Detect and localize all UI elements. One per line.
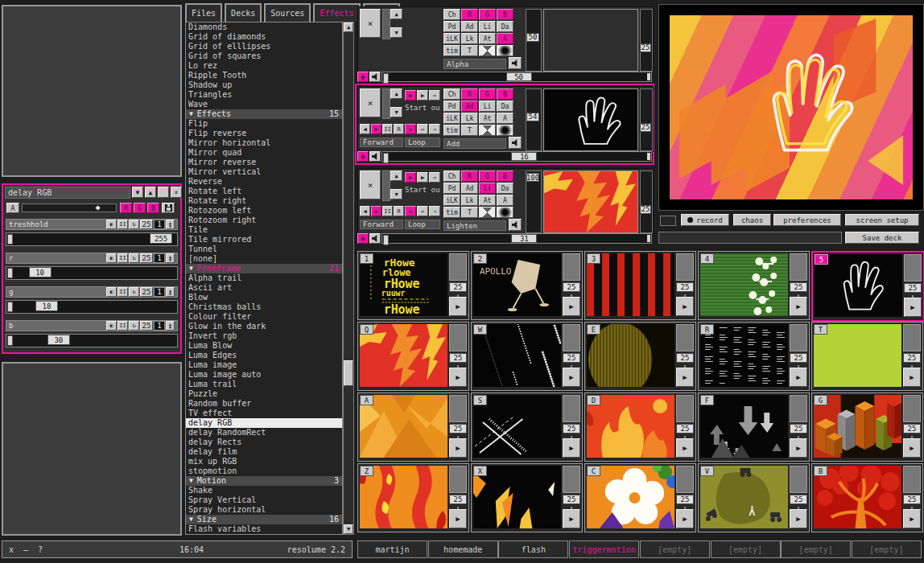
clip-play-button[interactable]: ▶ <box>903 368 921 387</box>
slider-handle[interactable] <box>7 302 13 312</box>
fader-value-box[interactable]: 100 <box>526 173 539 182</box>
clip-speed-box[interactable]: 25 <box>904 283 922 293</box>
grid-button-B[interactable]: B <box>497 9 514 20</box>
layer-close-button[interactable]: × <box>360 9 381 38</box>
layer-scroll-up-button[interactable]: ▲ <box>390 9 402 19</box>
clip-scroll-block[interactable] <box>449 466 467 493</box>
layer-scroll-up-button[interactable]: ▲ <box>390 88 402 99</box>
clip-scroll-block[interactable] <box>790 324 807 351</box>
effect-list-item[interactable]: Invert rgb <box>186 331 342 341</box>
effect-list-item[interactable]: Mirror reverse <box>186 158 342 167</box>
grid-button-Ad[interactable]: Ad <box>461 183 478 194</box>
scroll-up-button[interactable]: ▲ <box>344 23 353 32</box>
clip-cell-1[interactable]: rHowerlowerHoweruuwrrHowe125▶ <box>357 251 469 320</box>
grid-button-G[interactable]: G <box>479 9 496 20</box>
effect-list-item[interactable]: delay RGB <box>186 418 342 428</box>
param-speed-button[interactable]: 25 <box>140 253 153 263</box>
clip-cell-S[interactable]: S25▶ <box>471 392 583 462</box>
clip-speed-box[interactable]: 25 <box>563 495 580 504</box>
param-spinner[interactable]: ▲▼ <box>166 253 175 263</box>
effect-list-item[interactable]: Glow in the dark <box>186 322 342 331</box>
grid-button-tim[interactable]: tim <box>443 125 460 136</box>
transport-prev-button[interactable]: ◀ <box>360 206 370 216</box>
grid-button-T[interactable]: T <box>461 125 478 136</box>
layer-opacity-fader[interactable]: 100 <box>526 171 542 233</box>
fader-value-box[interactable]: 50 <box>526 33 539 42</box>
position-right-handle[interactable] <box>647 235 650 242</box>
playmode-2-button[interactable]: ↔ <box>429 172 440 183</box>
grid-button-G[interactable]: G <box>479 88 496 100</box>
deck-tab-empty-7[interactable]: [empty] <box>852 540 922 558</box>
transport-random-button[interactable]: R <box>394 206 404 216</box>
gradient-wipe-icon[interactable] <box>479 45 496 56</box>
effect-list-item[interactable]: Luma Blow <box>186 341 342 351</box>
param-spinner[interactable]: ▲▼ <box>166 287 175 297</box>
param-direction-button[interactable]: ◐ <box>106 321 117 331</box>
layer-scroll-down-button[interactable]: ▼ <box>390 27 402 38</box>
layer-speed-slider[interactable]: 25 <box>640 88 653 151</box>
clip-cell-3[interactable]: 325▶ <box>584 251 696 320</box>
clip-scroll-block[interactable] <box>790 395 807 422</box>
param-pause-button[interactable]: II <box>118 287 128 297</box>
clip-speed-box[interactable]: 25 <box>449 353 467 363</box>
clip-cell-Z[interactable]: Z25▶ <box>357 463 469 532</box>
playmode-2-button[interactable]: ↔ <box>429 90 440 101</box>
layer-scroll-down-button[interactable]: ▼ <box>390 107 402 117</box>
effect-section-header[interactable]: ▼Motion3 <box>186 476 342 486</box>
grid-button-Lk[interactable]: Lk <box>461 113 478 124</box>
grid-button-Da[interactable]: Da <box>497 101 514 112</box>
deck-tab-homemade[interactable]: homemade <box>428 540 498 558</box>
layer-close-button[interactable]: × <box>360 171 381 199</box>
clip-cell-G[interactable]: G25▶ <box>811 392 923 462</box>
clip-scroll-block[interactable] <box>676 466 694 493</box>
effect-list-item[interactable]: Ascii art <box>186 283 342 293</box>
effect-list-item[interactable]: Flash variables <box>186 524 342 534</box>
clip-cell-C[interactable]: C25▶ <box>584 463 696 532</box>
clip-speed-box[interactable]: 25 <box>903 495 921 504</box>
deck-name-field[interactable] <box>658 232 842 244</box>
grid-button-G[interactable]: G <box>479 171 496 182</box>
layer-speed-slider[interactable]: 25 <box>640 9 653 72</box>
tab-sources[interactable]: Sources <box>264 3 311 22</box>
clip-speed-box[interactable]: 25 <box>790 495 807 504</box>
param-direction-button[interactable]: ◐ <box>106 220 117 229</box>
grid-button-iLK[interactable]: iLK <box>443 113 460 124</box>
effect-list-item[interactable]: Tile mirrored <box>186 235 342 245</box>
transport-random-button[interactable]: R <box>394 124 404 134</box>
effect-list-item[interactable]: Mirror quad <box>186 148 342 158</box>
effect-list-item[interactable]: Lo rez <box>186 61 342 71</box>
grid-button-Ch[interactable]: Ch <box>443 171 460 182</box>
param-direction-button[interactable]: ◐ <box>106 287 117 297</box>
loopmode-1-button[interactable]: ↔ <box>417 124 428 134</box>
transport-play-button[interactable]: ▶ <box>371 206 382 216</box>
param-speed-button[interactable]: 25 <box>140 287 153 297</box>
effect-list-item[interactable]: Luma image auto <box>186 370 342 380</box>
clip-play-button[interactable]: ▶ <box>563 438 580 458</box>
effect-list-item[interactable]: Tile <box>186 225 342 235</box>
layer-eye-button[interactable]: ◉ <box>357 151 369 162</box>
effect-list-item[interactable]: Luma image <box>186 360 342 370</box>
clip-cell-A[interactable]: A25▶ <box>357 392 469 462</box>
effect-list-item[interactable]: Ripple Tooth <box>186 71 342 80</box>
clip-speed-box[interactable]: 25 <box>676 495 694 504</box>
grid-button-tim[interactable]: tim <box>443 207 460 218</box>
param-slider-b[interactable]: 30 <box>6 334 178 347</box>
loopmode-1-button[interactable]: ↔ <box>417 206 428 216</box>
effect-list-item[interactable]: Flip reverse <box>186 129 342 138</box>
clip-scroll-block[interactable] <box>563 324 580 351</box>
clip-play-button[interactable]: ▶ <box>449 368 467 387</box>
window-minimize-button[interactable]: – <box>23 545 28 554</box>
clip-speed-box[interactable]: 25 <box>449 424 467 434</box>
position-right-handle[interactable] <box>647 73 650 80</box>
effect-list-item[interactable]: Reverse <box>186 177 342 187</box>
clip-play-button[interactable]: ▶ <box>676 368 694 387</box>
clip-scroll-block[interactable] <box>449 324 467 351</box>
slider-handle[interactable] <box>7 268 13 278</box>
layer-handle[interactable] <box>382 9 390 39</box>
grid-button-A[interactable]: A <box>497 33 514 44</box>
playmode-1-button[interactable]: ▶ <box>417 172 428 183</box>
param-loop-button[interactable]: ↻ <box>129 253 139 263</box>
effect-list-item[interactable]: Mirror horizontal <box>186 138 342 148</box>
clip-play-button[interactable]: ▶ <box>676 509 694 528</box>
grid-button-Lk[interactable]: Lk <box>461 33 478 44</box>
